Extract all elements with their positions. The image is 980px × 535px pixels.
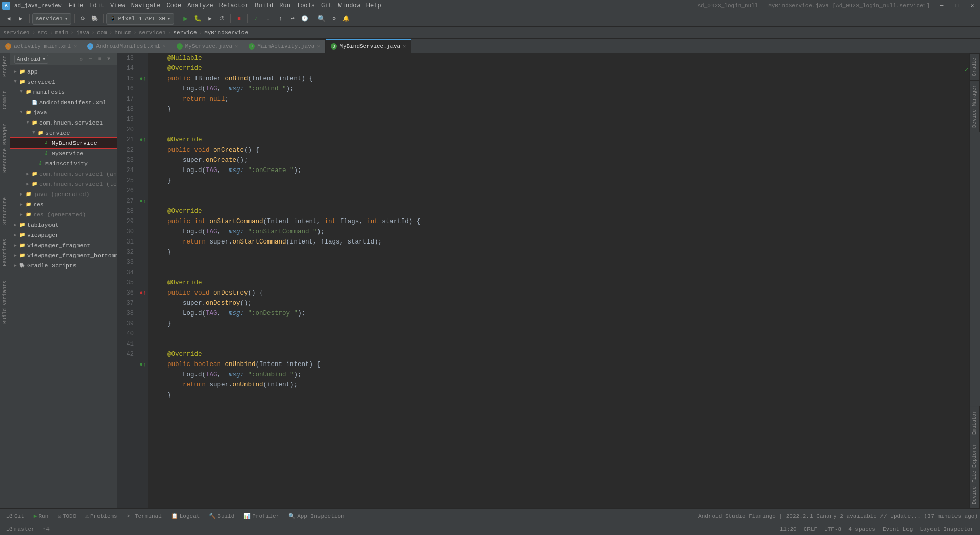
- tree-item-mainactivity[interactable]: J MainActivity: [10, 158, 117, 168]
- tree-item-res[interactable]: ▶ 📁 res: [10, 199, 117, 209]
- tree-item-test[interactable]: ▶ 📁 com.hnucm.service1 (test): [10, 179, 117, 189]
- tab-close-mainactivity[interactable]: ✕: [317, 43, 320, 50]
- git-branch-status[interactable]: ⎇ master: [4, 526, 37, 532]
- menu-edit[interactable]: Edit: [86, 0, 107, 11]
- breadcrumb-service[interactable]: service: [173, 30, 197, 36]
- debug-button[interactable]: 🐛: [192, 13, 203, 25]
- tab-close-myservice[interactable]: ✕: [235, 43, 238, 50]
- tree-item-com-hnucm[interactable]: ▼ 📁 com.hnucm.service1: [10, 117, 117, 128]
- tree-item-app[interactable]: ▶ 📁 app: [10, 66, 117, 77]
- bottom-tab-app-inspection[interactable]: 🔍 App Inspection: [284, 509, 348, 523]
- bottom-tab-git[interactable]: ⎇ Git: [2, 509, 29, 523]
- device-file-explorer-toggle[interactable]: Device File Explorer: [970, 439, 980, 508]
- tree-item-gradle-scripts[interactable]: ▶ 🐘 Gradle Scripts: [10, 260, 117, 271]
- device-dropdown[interactable]: 📱 Pixel 4 API 30 ▾: [106, 13, 174, 25]
- android-view-dropdown[interactable]: Android ▾: [14, 55, 48, 64]
- tree-item-androidtest[interactable]: ▶ 📁 com.hnucm.service1 (android: [10, 168, 117, 179]
- tree-item-res-generated[interactable]: ▶ 📁 res (generated): [10, 209, 117, 220]
- bottom-tab-todo[interactable]: ☑ TODO: [54, 509, 80, 523]
- menu-run[interactable]: Run: [276, 0, 293, 11]
- menu-analyze[interactable]: Analyze: [184, 0, 216, 11]
- settings-button[interactable]: ⚙: [328, 13, 339, 25]
- menu-help[interactable]: Help: [363, 0, 384, 11]
- commit-panel-toggle[interactable]: Commit: [2, 91, 8, 109]
- tab-mainactivity-java[interactable]: J MainActivity.java ✕: [243, 39, 326, 53]
- run-with-coverage-button[interactable]: ▶: [204, 13, 215, 25]
- tab-close-activity-main[interactable]: ✕: [74, 43, 77, 50]
- maximize-button[interactable]: □: [951, 0, 963, 11]
- panel-settings-button[interactable]: ≡: [95, 55, 104, 63]
- minimize-button[interactable]: ─: [936, 0, 947, 11]
- menu-file[interactable]: File: [65, 0, 86, 11]
- git-history-button[interactable]: 🕐: [299, 13, 310, 25]
- tree-item-service-folder[interactable]: ▼ 📁 service: [10, 128, 117, 138]
- breadcrumb-service1[interactable]: service1: [3, 30, 30, 36]
- stop-button[interactable]: ■: [233, 13, 244, 25]
- gradle-sync-button[interactable]: 🐘: [89, 13, 101, 25]
- back-button[interactable]: ◀: [3, 13, 14, 25]
- line-col-status[interactable]: 11:20: [778, 526, 799, 532]
- breadcrumb-service1-pkg[interactable]: service1: [139, 30, 166, 36]
- bottom-tab-build[interactable]: 🔨 Build: [205, 509, 238, 523]
- project-dropdown[interactable]: service1 ▾: [32, 13, 71, 25]
- menu-code[interactable]: Code: [163, 0, 184, 11]
- tree-item-java[interactable]: ▼ 📁 java: [10, 107, 117, 117]
- run-button[interactable]: ▶: [180, 13, 191, 25]
- sync-button[interactable]: ⟳: [77, 13, 88, 25]
- git-push-button[interactable]: ↑: [275, 13, 286, 25]
- gradle-panel-toggle[interactable]: Gradle: [970, 53, 980, 80]
- git-revert-button[interactable]: ↩: [287, 13, 298, 25]
- project-panel-toggle[interactable]: Project: [2, 55, 8, 77]
- find-button[interactable]: 🔍: [316, 13, 327, 25]
- notifications-button[interactable]: 🔔: [340, 13, 352, 25]
- code-editor[interactable]: @Nullable @Override public IBinder onBin…: [148, 53, 969, 508]
- tab-close-androidmanifest[interactable]: ✕: [163, 43, 166, 50]
- panel-filter-button[interactable]: ▼: [105, 55, 113, 63]
- tree-item-viewpager-fragment-bottom[interactable]: ▶ 📁 viewpager_fragment_bottomnavi...: [10, 250, 117, 260]
- git-update-button[interactable]: ↓: [262, 13, 274, 25]
- menu-navigate[interactable]: Navigate: [128, 0, 164, 11]
- tree-item-java-generated[interactable]: ▶ 📁 java (generated): [10, 189, 117, 199]
- tab-androidmanifest-xml[interactable]: m AndroidManifest.xml ✕: [82, 39, 171, 53]
- git-checkmark-button[interactable]: ✓: [250, 13, 261, 25]
- device-manager-panel-toggle[interactable]: Device Manager: [970, 80, 980, 132]
- tree-item-viewpager[interactable]: ▶ 📁 viewpager: [10, 230, 117, 240]
- breadcrumb-src[interactable]: src: [37, 30, 47, 36]
- tree-item-tablayout[interactable]: ▶ 📁 tablayout: [10, 220, 117, 230]
- emulator-panel-toggle[interactable]: Emulator: [970, 406, 980, 439]
- structure-panel-toggle[interactable]: Structure: [2, 197, 8, 225]
- bottom-tab-profiler[interactable]: 📊 Profiler: [239, 509, 283, 523]
- tree-item-viewpager-fragment[interactable]: ▶ 📁 viewpager_fragment: [10, 240, 117, 250]
- forward-button[interactable]: ▶: [15, 13, 27, 25]
- menu-view[interactable]: View: [107, 0, 128, 11]
- status-update-message[interactable]: Android Studio Flamingo | 2022.2.1 Canar…: [698, 513, 978, 519]
- build-variants-toggle[interactable]: Build Variants: [2, 281, 8, 324]
- code-container[interactable]: 13 14 15 16 17 18 19 20 21 22 23 24 25 2…: [117, 53, 969, 508]
- tree-item-androidmanifest[interactable]: 📄 AndroidManifest.xml: [10, 97, 117, 107]
- git-commits-status[interactable]: ↑4: [41, 526, 52, 532]
- tree-item-myservice[interactable]: J MyService: [10, 148, 117, 158]
- menu-build[interactable]: Build: [252, 0, 276, 11]
- menu-git[interactable]: Git: [318, 0, 335, 11]
- breadcrumb-com[interactable]: com: [97, 30, 107, 36]
- tab-mybindservice-java[interactable]: J MyBindService.java ✕: [326, 39, 411, 53]
- tab-myservice-java[interactable]: J MyService.java ✕: [172, 39, 243, 53]
- profile-button[interactable]: ⏱: [216, 13, 228, 25]
- bottom-tab-problems[interactable]: ⚠ Problems: [81, 509, 121, 523]
- indent-status[interactable]: 4 spaces: [846, 526, 877, 532]
- bottom-tab-terminal[interactable]: >_ Terminal: [122, 509, 166, 523]
- charset-status[interactable]: UTF-8: [822, 526, 843, 532]
- line-ending-status[interactable]: CRLF: [802, 526, 819, 532]
- close-button[interactable]: ✕: [967, 0, 978, 11]
- panel-cog-button[interactable]: ⚙: [77, 55, 85, 63]
- tab-close-mybindservice[interactable]: ✕: [403, 43, 406, 50]
- menu-tools[interactable]: Tools: [293, 0, 318, 11]
- menu-window[interactable]: Window: [335, 0, 363, 11]
- bottom-tab-logcat[interactable]: 📋 Logcat: [167, 509, 204, 523]
- breadcrumb-main[interactable]: main: [55, 30, 68, 36]
- tree-item-service1[interactable]: ▼ 📁 service1: [10, 77, 117, 87]
- breadcrumb-java[interactable]: java: [76, 30, 89, 36]
- breadcrumb-mybindservice[interactable]: MyBindService: [204, 30, 248, 36]
- panel-collapse-button[interactable]: ─: [86, 55, 94, 63]
- favorites-panel-toggle[interactable]: Favorites: [2, 239, 8, 266]
